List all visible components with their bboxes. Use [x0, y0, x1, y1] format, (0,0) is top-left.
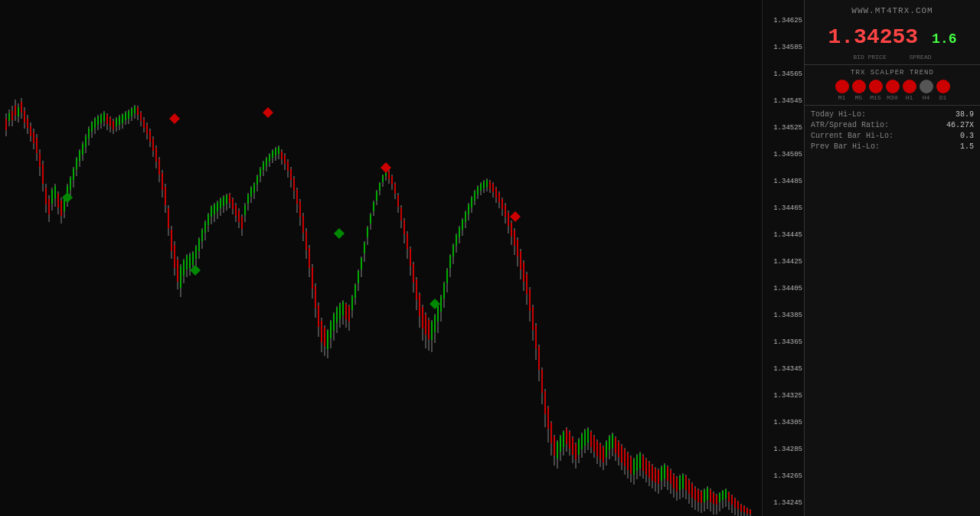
spread-value: 1.6 — [932, 31, 956, 47]
svg-rect-28 — [45, 188, 47, 204]
svg-rect-424 — [652, 465, 653, 481]
price-label: 1.34385 — [773, 312, 802, 319]
svg-rect-288 — [443, 283, 445, 299]
svg-rect-334 — [514, 230, 515, 246]
svg-rect-80 — [125, 113, 126, 120]
svg-rect-110 — [171, 230, 172, 251]
svg-rect-66 — [103, 113, 105, 121]
svg-rect-422 — [648, 462, 650, 478]
svg-rect-312 — [480, 184, 482, 191]
svg-rect-32 — [51, 190, 53, 204]
svg-rect-286 — [440, 296, 442, 312]
svg-rect-468 — [719, 493, 720, 502]
svg-rect-220 — [339, 304, 341, 319]
prev-bar-value: 1.5 — [960, 142, 974, 151]
svg-rect-50 — [79, 151, 80, 161]
svg-rect-200 — [309, 248, 310, 268]
svg-rect-390 — [599, 444, 601, 459]
svg-rect-134 — [207, 214, 209, 225]
trend-dot-h4 — [920, 80, 933, 93]
svg-rect-60 — [94, 119, 96, 128]
trend-dot-m5 — [852, 80, 866, 93]
svg-rect-410 — [630, 457, 632, 474]
svg-rect-296 — [456, 235, 457, 246]
svg-rect-228 — [351, 296, 353, 310]
svg-rect-188 — [290, 169, 292, 180]
svg-rect-368 — [566, 429, 567, 444]
svg-rect-20 — [33, 132, 34, 143]
svg-rect-280 — [431, 322, 433, 340]
svg-rect-170 — [263, 162, 264, 170]
price-label: 1.34245 — [773, 499, 802, 507]
svg-rect-164 — [253, 184, 255, 193]
svg-rect-300 — [462, 220, 463, 230]
price-label: 1.34285 — [773, 446, 802, 453]
svg-rect-166 — [256, 176, 258, 185]
svg-rect-106 — [165, 187, 166, 205]
svg-rect-370 — [569, 432, 570, 449]
svg-rect-18 — [30, 126, 31, 136]
svg-rect-276 — [425, 315, 426, 335]
price-label: 1.34625 — [773, 17, 802, 24]
price-label: 1.34265 — [773, 472, 802, 480]
svg-rect-30 — [48, 199, 50, 214]
price-label: 1.34345 — [773, 365, 802, 373]
svg-rect-428 — [658, 470, 659, 484]
trend-dot-m15 — [869, 80, 883, 93]
svg-rect-404 — [621, 446, 622, 462]
svg-rect-142 — [220, 199, 221, 208]
price-label: 1.34405 — [773, 285, 802, 292]
svg-rect-226 — [348, 306, 350, 322]
svg-rect-120 — [186, 256, 188, 269]
svg-rect-362 — [557, 442, 558, 459]
svg-rect-174 — [269, 155, 270, 162]
svg-rect-364 — [560, 436, 561, 452]
svg-rect-284 — [437, 306, 439, 322]
svg-rect-126 — [195, 247, 197, 259]
svg-rect-58 — [91, 122, 93, 132]
svg-rect-486 — [746, 508, 748, 514]
svg-rect-346 — [532, 307, 534, 330]
svg-rect-474 — [728, 492, 730, 501]
trend-tf-m1: M1 — [838, 94, 846, 101]
trend-tf-m30: M30 — [887, 94, 897, 101]
svg-rect-204 — [315, 286, 316, 308]
svg-rect-124 — [192, 253, 194, 265]
svg-rect-348 — [535, 325, 537, 348]
svg-rect-374 — [575, 444, 577, 459]
svg-rect-46 — [73, 168, 74, 180]
stats-section: Today Hi-Lo: 38.9 ATR/Spread Ratio: 46.2… — [805, 106, 980, 158]
svg-rect-270 — [416, 279, 417, 299]
svg-rect-376 — [578, 439, 580, 455]
spread-label: SPREAD — [910, 54, 932, 60]
svg-rect-380 — [584, 430, 586, 446]
trend-indicators: M1 M5 M15 M30 H1 H4 — [811, 80, 974, 101]
svg-rect-22 — [36, 138, 38, 153]
svg-rect-214 — [330, 322, 332, 338]
trend-tf-m5: M5 — [855, 94, 863, 101]
svg-rect-414 — [636, 456, 638, 471]
svg-rect-210 — [324, 328, 325, 346]
svg-rect-434 — [667, 467, 668, 481]
trend-tf-h4: H4 — [923, 94, 930, 101]
svg-rect-68 — [106, 115, 108, 124]
svg-rect-90 — [140, 113, 142, 121]
svg-rect-392 — [603, 447, 604, 462]
svg-rect-224 — [345, 304, 347, 319]
svg-rect-146 — [226, 195, 227, 204]
svg-rect-216 — [333, 314, 335, 331]
svg-rect-222 — [342, 302, 344, 315]
svg-rect-196 — [302, 216, 304, 233]
svg-rect-178 — [275, 149, 276, 155]
svg-rect-116 — [180, 266, 181, 288]
svg-rect-344 — [529, 289, 531, 311]
trend-tf-m15: M15 — [870, 94, 880, 101]
chart-area: USDCAD,M1 1.34254 1.34254 1.34251 1.3425… — [0, 0, 804, 516]
svg-rect-38 — [60, 201, 62, 216]
svg-rect-402 — [618, 442, 619, 457]
svg-rect-386 — [593, 436, 595, 452]
svg-rect-382 — [587, 429, 589, 443]
price-label: 1.34465 — [773, 204, 802, 212]
svg-rect-406 — [624, 449, 626, 466]
svg-rect-354 — [544, 391, 546, 414]
